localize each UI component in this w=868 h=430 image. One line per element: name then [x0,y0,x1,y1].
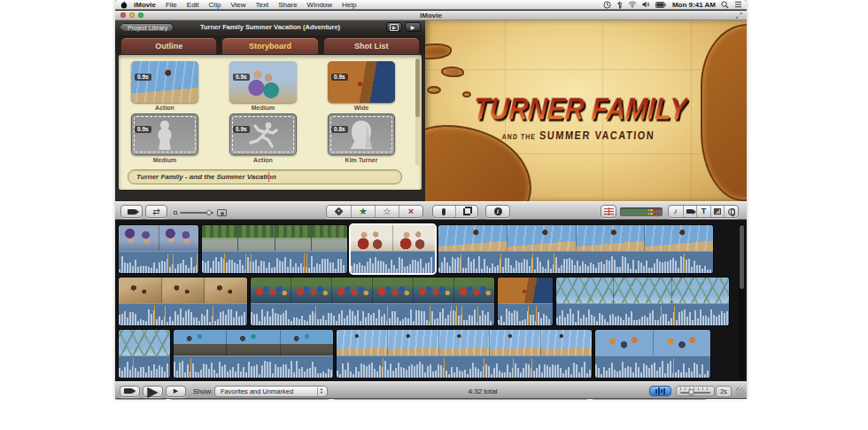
waveform-bar [565,370,567,378]
waveform-toggle-button[interactable] [649,386,671,396]
reject-button[interactable]: × [399,206,422,217]
unmark-button[interactable]: ☆ [375,206,399,217]
play-button[interactable]: ▶ [166,386,186,397]
video-clip[interactable] [251,278,494,325]
apple-logo-icon[interactable] [120,1,128,9]
shot-placeholder[interactable]: 0.9s [131,113,198,155]
wifi-icon[interactable] [628,1,637,8]
waveform-bar [566,259,568,273]
video-clip[interactable] [119,278,247,325]
music-browser-button[interactable]: ♪ [669,206,683,217]
waveform-bar [148,267,150,273]
volume-icon[interactable] [642,1,650,8]
menu-item-window[interactable]: Window [307,1,332,9]
waveform-bar [480,371,482,378]
clip-frames [438,225,713,251]
shot-placeholder[interactable]: 0.9s [229,113,297,155]
video-clip[interactable] [498,278,553,325]
waveform-bar [537,257,539,273]
play-in-window-button[interactable]: ▶ [386,22,402,32]
waveform-marker [304,254,305,273]
notification-list-icon[interactable] [734,1,742,8]
menu-item-share[interactable]: Share [278,1,297,9]
video-clip[interactable] [556,278,729,325]
video-clip[interactable] [438,225,713,273]
slider-thumb[interactable] [688,389,694,395]
waveform-bar [283,364,284,378]
menu-item-text[interactable]: Text [256,1,269,9]
video-clip[interactable] [174,330,333,378]
thumbnail-size-slider[interactable] [174,209,227,216]
menu-item-edit[interactable]: Edit [187,1,199,9]
scrollbar-thumb[interactable] [415,59,420,117]
menu-item-help[interactable]: Help [342,1,356,9]
window-resize-grip[interactable] [736,387,745,396]
storyboard-cell[interactable]: 0.9sWide [328,61,395,111]
timeline-scrollbar[interactable] [739,223,745,379]
shot-placeholder[interactable]: 0.8s [328,113,395,155]
waveform-bar [242,265,244,273]
waveform-bar [236,311,237,325]
bluetooth-icon[interactable] [616,1,623,9]
video-clip[interactable] [119,330,170,378]
viewer-preview[interactable]: TURNER FAMILY AND THESUMMER VACATION [425,20,747,201]
swap-events-button[interactable]: ⇄ [145,205,167,218]
clock-icon[interactable] [603,1,611,9]
menu-item-imovie[interactable]: iMovie [134,1,156,9]
waveform-bar [503,322,505,325]
project-library-back-button[interactable]: Project Library [120,23,174,32]
timeline-scrollbar-thumb[interactable] [740,225,744,289]
storyboard-scrollbar[interactable] [415,59,420,165]
keyword-tag-button[interactable] [327,206,351,217]
video-clip[interactable] [595,330,710,378]
video-clip[interactable] [337,330,592,378]
waveform-bar [550,269,552,273]
tab-storyboard[interactable]: Storyboard [221,37,318,54]
voiceover-button[interactable] [433,206,455,217]
favorite-button[interactable]: ★ [351,206,375,217]
waveform-bar [221,257,222,274]
play-in-window-button[interactable]: ▶ [143,386,163,397]
shot-thumbnail[interactable]: 0.9s [229,61,297,103]
slider-thumb[interactable] [206,210,212,215]
waveform-bar [320,373,322,378]
spotlight-search-icon[interactable] [721,1,729,9]
tab-outline[interactable]: Outline [120,37,217,54]
waveform-bar [338,314,340,325]
storyboard-cell[interactable]: 0.9sAction [229,113,297,163]
storyboard-cell[interactable]: 0.9sAction [131,61,198,111]
storyboard-cell[interactable]: 0.9sMedium [131,113,198,163]
shot-thumbnail[interactable]: 0.9s [131,61,198,103]
shot-thumbnail[interactable]: 0.9s [328,61,395,103]
menu-item-clip[interactable]: Clip [209,1,221,9]
title-caption-input[interactable]: Turner Family - and the Summer Vacation [128,169,402,184]
window-title-bar[interactable]: iMovie [115,11,747,20]
waveform-bar [272,309,274,325]
waveform-bar [654,363,655,378]
play-fullscreen-button[interactable]: ▶ [405,22,421,32]
titles-browser-button[interactable]: T [696,206,710,217]
maps-browser-button[interactable] [724,206,738,217]
battery-icon[interactable] [655,2,666,8]
camera-import-button[interactable] [120,205,143,218]
crop-button[interactable] [455,206,477,217]
menu-clock[interactable]: Mon 9:41 AM [672,1,716,9]
clip-zoom-slider[interactable] [676,386,715,396]
fullscreen-icon[interactable] [736,12,742,19]
video-clip[interactable] [351,225,435,273]
storyboard-cell[interactable]: 0.8sKim Turner [328,113,395,163]
audio-skim-button[interactable] [601,205,616,218]
slider-track[interactable] [180,212,213,214]
transitions-browser-button[interactable] [710,206,725,217]
tab-shot-list[interactable]: Shot List [323,37,420,54]
photo-browser-button[interactable] [683,206,697,217]
video-clip[interactable] [119,225,198,273]
inspector-button[interactable]: i [485,205,510,218]
unmark-star-icon: ☆ [383,207,391,216]
storyboard-cell[interactable]: 0.9sMedium [229,61,297,111]
show-filter-dropdown[interactable]: Favorites and Unmarked ▴▾ [214,386,328,397]
menu-item-file[interactable]: File [166,1,177,9]
menu-item-view[interactable]: View [230,1,245,9]
camera-toggle-button[interactable]: ▾ [120,386,140,397]
video-clip[interactable] [202,225,347,273]
